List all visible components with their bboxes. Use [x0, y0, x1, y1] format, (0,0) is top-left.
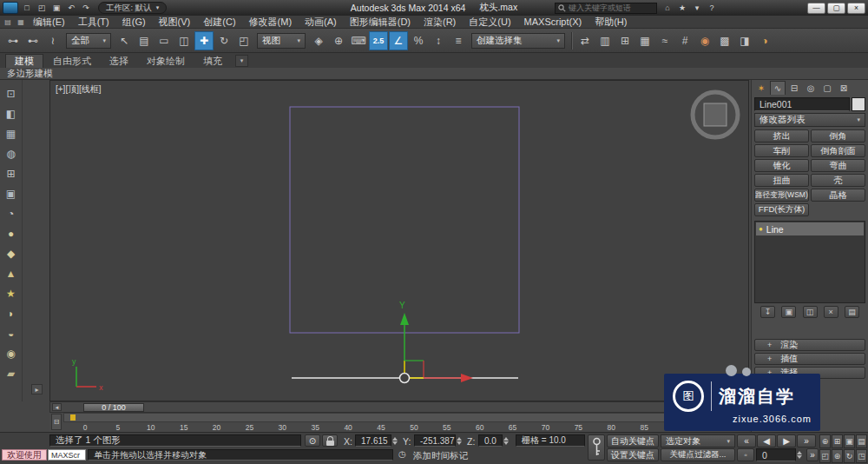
- current-frame-field[interactable]: 0: [756, 448, 796, 461]
- modifier-list-dropdown[interactable]: 修改器列表 ▾: [754, 113, 865, 127]
- zoom-extents-icon[interactable]: ▣: [844, 434, 855, 448]
- menu-item[interactable]: 图形编辑器(D): [344, 16, 417, 29]
- configure-modifier-sets-icon[interactable]: ▤: [845, 306, 859, 318]
- window-crossing-icon[interactable]: ◫: [174, 31, 194, 50]
- sign-in-icon[interactable]: ⌂: [661, 2, 674, 14]
- go-to-start-button[interactable]: «: [737, 434, 756, 447]
- menu-panel-icon[interactable]: ▦: [15, 17, 27, 28]
- y-coordinate-field[interactable]: -251.387: [414, 434, 456, 447]
- left-tool-cone-icon[interactable]: ▲: [2, 264, 21, 283]
- search-input[interactable]: [569, 3, 654, 12]
- auto-key-button[interactable]: 自动关键点: [607, 434, 659, 447]
- track-bar[interactable]: ⊟ 0 5 10 15 20 25 30 35 40 45 50 55 60 6…: [49, 413, 749, 432]
- maximize-viewport-icon[interactable]: ◳: [856, 449, 867, 463]
- select-and-scale-icon[interactable]: ◰: [234, 31, 253, 50]
- transform-gizmo[interactable]: Y: [399, 301, 473, 382]
- modifier-button[interactable]: 扭曲: [754, 174, 809, 187]
- toolbar-expand-button[interactable]: ▸: [31, 384, 43, 394]
- menu-item[interactable]: 渲染(R): [418, 16, 462, 29]
- menu-grid-icon[interactable]: ▤: [2, 17, 14, 28]
- object-name-field[interactable]: Line001: [754, 97, 850, 111]
- tab-modeling[interactable]: 建模: [5, 54, 43, 68]
- end-frame-button[interactable]: »: [806, 448, 819, 461]
- viewport-label[interactable]: [+][顶][线框]: [56, 83, 102, 96]
- isolate-selection-toggle[interactable]: ⊙: [305, 434, 320, 447]
- z-spinner[interactable]: [503, 434, 511, 447]
- snap-toggle-icon[interactable]: 2.5: [369, 31, 388, 50]
- menu-item[interactable]: 视图(V): [153, 16, 197, 29]
- zoom-icon[interactable]: ⊕: [819, 434, 831, 448]
- pin-stack-icon[interactable]: ↧: [760, 306, 775, 318]
- stack-item-line[interactable]: ● Line: [756, 222, 864, 235]
- visibility-bulb-icon[interactable]: ●: [759, 225, 763, 233]
- frame-spinner[interactable]: [797, 448, 805, 461]
- workspace-dropdown[interactable]: 工作区: 默认 ▾: [98, 2, 167, 14]
- menu-item[interactable]: 动画(A): [299, 16, 343, 29]
- left-tool-half-icon[interactable]: ◗: [2, 304, 21, 323]
- save-file-icon[interactable]: ▣: [49, 2, 63, 14]
- modifier-button[interactable]: 锥化: [754, 159, 809, 172]
- left-tool-display-icon[interactable]: ◍: [2, 144, 21, 163]
- select-object-icon[interactable]: ↖: [115, 31, 134, 50]
- help-icon[interactable]: ?: [705, 2, 719, 14]
- mini-curve-editor-button[interactable]: ⊟: [51, 414, 62, 430]
- modify-tab[interactable]: ∿: [770, 81, 786, 95]
- track-bar-keys[interactable]: [63, 413, 749, 422]
- left-tool-sphere-icon[interactable]: ●: [2, 224, 21, 243]
- modifier-button[interactable]: FFD(长方体): [754, 203, 809, 216]
- left-tool-ball-icon[interactable]: ◒: [2, 324, 21, 343]
- rendered-frame-icon[interactable]: ◨: [735, 31, 754, 50]
- modifier-button[interactable]: 车削: [754, 144, 809, 157]
- tab-freeform[interactable]: 自由形式: [44, 54, 100, 68]
- rollout-header[interactable]: + 渲染: [754, 339, 865, 351]
- orbit-icon[interactable]: ↻: [844, 449, 855, 463]
- previous-frame-button[interactable]: ◀: [757, 434, 776, 447]
- tab-object-paint[interactable]: 对象绘制: [138, 54, 194, 68]
- menu-item[interactable]: 帮助(H): [589, 16, 633, 29]
- play-button[interactable]: ▶: [777, 434, 796, 447]
- x-spinner[interactable]: [392, 434, 400, 447]
- make-unique-icon[interactable]: ◫: [803, 306, 818, 318]
- favorites-icon[interactable]: ★: [675, 2, 689, 14]
- render-production-icon[interactable]: ◑: [755, 31, 774, 50]
- display-tab[interactable]: ▢: [819, 81, 835, 95]
- z-coordinate-field[interactable]: 0.0: [478, 434, 503, 447]
- left-tool-grid-icon[interactable]: ⊞: [2, 164, 21, 183]
- minimize-button[interactable]: —: [807, 3, 825, 14]
- left-tool-clock-icon[interactable]: ◔: [2, 204, 21, 223]
- mirror-icon[interactable]: ⇄: [575, 31, 595, 50]
- communication-center-icon[interactable]: ▾: [690, 2, 704, 14]
- new-scene-icon[interactable]: □: [20, 2, 34, 14]
- redo-icon[interactable]: ↷: [79, 2, 93, 14]
- left-tool-layers-icon[interactable]: ◧: [2, 104, 21, 123]
- select-and-move-icon[interactable]: ✚: [194, 31, 214, 50]
- add-time-tag-label[interactable]: 添加时间标记: [413, 450, 468, 462]
- bind-to-spacewarp-icon[interactable]: ≀: [43, 31, 62, 50]
- menu-item[interactable]: 自定义(U): [463, 16, 516, 29]
- reference-coordinate-dropdown[interactable]: 视图 ▾: [257, 33, 306, 49]
- motion-tab[interactable]: ◎: [803, 81, 819, 95]
- hierarchy-tab[interactable]: ⊟: [786, 81, 802, 95]
- modifier-button[interactable]: 晶格: [811, 189, 865, 202]
- percent-snap-icon[interactable]: %: [409, 31, 428, 50]
- time-tag-icon[interactable]: ◷: [398, 449, 406, 459]
- curve-editor-icon[interactable]: ≈: [655, 31, 674, 50]
- key-filters-button[interactable]: 关键点过滤器...: [661, 448, 735, 461]
- zoom-region-icon[interactable]: ◰: [819, 449, 831, 463]
- left-tool-ring-icon[interactable]: ◉: [2, 344, 21, 363]
- select-and-manipulate-icon[interactable]: ⊕: [329, 31, 348, 50]
- maxscript-mini-listener[interactable]: MAXScr: [48, 449, 86, 461]
- viewport-canvas[interactable]: Y x y: [50, 81, 748, 401]
- select-and-rotate-icon[interactable]: ↻: [214, 31, 233, 50]
- set-key-mode-button[interactable]: [588, 434, 605, 461]
- time-slider[interactable]: ◂ 0 / 100 ▸: [49, 401, 749, 413]
- zoom-all-icon[interactable]: ⊞: [832, 434, 843, 448]
- modifier-stack[interactable]: ● Line: [754, 221, 865, 303]
- zoom-extents-all-icon[interactable]: ▤: [856, 434, 867, 448]
- show-end-result-icon[interactable]: ▣: [781, 306, 796, 318]
- remove-modifier-icon[interactable]: ×: [824, 306, 838, 318]
- previous-frame-arrow[interactable]: ◂: [52, 403, 62, 411]
- menu-item[interactable]: MAXScript(X): [518, 16, 589, 29]
- menu-item[interactable]: 编辑(E): [27, 16, 71, 29]
- left-tool-list-icon[interactable]: ▦: [2, 124, 21, 143]
